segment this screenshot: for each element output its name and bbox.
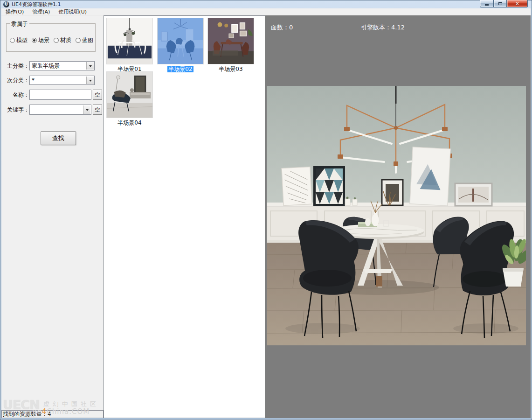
preview-panel: 面数：0 引擎版本：4.12: [265, 15, 531, 418]
radio-circle-icon: [32, 38, 37, 43]
face-count: 面数：0: [271, 23, 293, 32]
menu-item-help[interactable]: 使用说明(U): [54, 8, 91, 15]
search-sidebar: 隶属于 模型 场景 材质 蓝: [1, 15, 104, 418]
name-input[interactable]: [29, 90, 91, 100]
uecn-logo: UECN: [3, 399, 40, 411]
close-icon: ×: [515, 1, 519, 6]
minimize-button[interactable]: [480, 0, 494, 7]
scene-01-art: [107, 18, 152, 64]
client-area: 隶属于 模型 场景 材质 蓝: [1, 15, 531, 418]
sub-category-label: 次分类：: [1, 77, 29, 84]
thumbnail-item[interactable]: 半场景04: [105, 71, 154, 126]
thumbnail-image[interactable]: [106, 71, 153, 118]
clear-name-button[interactable]: 空: [93, 90, 102, 100]
app-icon: U: [3, 1, 9, 7]
radio-label: 材质: [60, 36, 71, 44]
scene-04-art: [107, 72, 152, 118]
main-category-value: 家装半场景: [32, 62, 60, 70]
title-bar[interactable]: U UE4资源管理软件1.1: [0, 0, 532, 8]
search-button[interactable]: 查找: [41, 131, 76, 145]
keyword-combobox[interactable]: [29, 105, 91, 115]
keyword-label: 关键字：: [1, 106, 29, 114]
thumbnail-item[interactable]: 半场景03: [207, 18, 255, 73]
window-title: UE4资源管理软件1.1: [12, 1, 61, 8]
result-count-text: 找到的资源数量：4: [3, 410, 51, 418]
name-row: 名称： 空: [1, 90, 102, 100]
radio-blueprint[interactable]: 蓝图: [76, 36, 93, 44]
chevron-down-icon: [86, 109, 89, 112]
window-controls: ×: [480, 0, 528, 7]
thumbnail-item[interactable]: 半场景01: [105, 18, 154, 73]
name-label: 名称：: [1, 91, 29, 99]
thumbnail-label[interactable]: 半场景04: [105, 119, 154, 126]
menu-item-manage[interactable]: 管理(A): [28, 8, 54, 15]
radio-label: 模型: [16, 36, 28, 44]
thumbnail-list-panel[interactable]: 半场景01: [104, 15, 265, 418]
belongs-to-groupbox: 隶属于 模型 场景 材质 蓝: [6, 23, 96, 52]
chevron-down-icon: [89, 80, 92, 83]
close-button[interactable]: ×: [507, 0, 528, 7]
dining-scene-art: [267, 86, 526, 345]
radio-circle-icon: [10, 38, 15, 43]
menu-bar: 操作(O) 管理(A) 使用说明(U): [1, 8, 531, 15]
watermark-community-text: 虚幻中国社区: [43, 401, 99, 411]
radio-circle-icon: [54, 38, 59, 43]
app-window: U UE4资源管理软件1.1 × 操作(O) 管理(A) 使用说明(U) 隶属于…: [0, 0, 532, 420]
preview-image: [267, 86, 526, 345]
menu-item-operate[interactable]: 操作(O): [1, 8, 28, 15]
main-category-row: 主分类： 家装半场景: [1, 61, 95, 70]
radio-scene[interactable]: 场景: [32, 36, 49, 44]
sub-category-value: *: [32, 77, 35, 84]
status-bar: 找到的资源数量：4: [1, 410, 104, 418]
engine-version: 引擎版本：4.12: [361, 23, 405, 32]
groupbox-title: 隶属于: [10, 20, 29, 28]
radio-material[interactable]: 材质: [54, 36, 71, 44]
thumbnail-item[interactable]: 半场景02: [156, 18, 205, 73]
keyword-row: 关键字： 空: [1, 105, 102, 115]
maximize-button[interactable]: [494, 0, 507, 7]
radio-model[interactable]: 模型: [10, 36, 28, 44]
main-category-label: 主分类：: [1, 62, 29, 70]
thumbnail-image[interactable]: [207, 18, 254, 64]
scene-02-art: [158, 18, 203, 64]
thumbnail-label[interactable]: 半场景03: [207, 66, 255, 73]
dropdown-arrow-button[interactable]: [83, 105, 90, 114]
scene-03-art: [208, 18, 254, 64]
chevron-down-icon: [89, 65, 92, 69]
thumbnail-image[interactable]: [157, 18, 204, 64]
category-radio-group: 模型 场景 材质 蓝图: [10, 36, 93, 44]
minimize-icon: [485, 4, 489, 6]
main-category-dropdown[interactable]: 家装半场景: [29, 61, 95, 70]
dropdown-arrow-button[interactable]: [86, 62, 94, 70]
maximize-icon: [498, 2, 502, 5]
sub-category-dropdown[interactable]: *: [29, 76, 95, 85]
radio-label: 场景: [38, 36, 49, 44]
sub-category-row: 次分类： *: [1, 76, 95, 85]
radio-circle-icon: [76, 38, 81, 43]
thumbnail-image[interactable]: [106, 18, 153, 64]
dropdown-arrow-button[interactable]: [86, 77, 94, 84]
thumbnail-label[interactable]: 半场景02: [156, 66, 205, 73]
clear-keyword-button[interactable]: 空: [93, 105, 102, 115]
radio-label: 蓝图: [82, 36, 93, 44]
